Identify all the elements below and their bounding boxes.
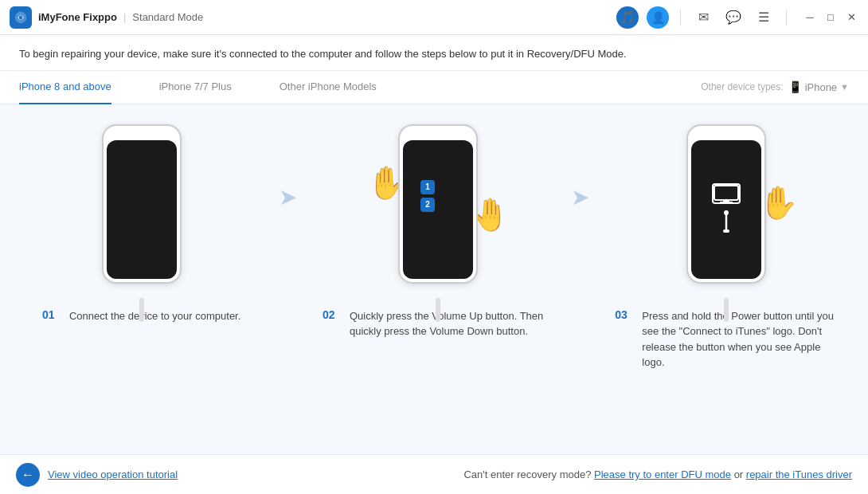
cant-enter-text: Can't enter recovery mode? <box>463 469 591 480</box>
phone-notch-2 <box>425 129 451 137</box>
repair-itunes-link[interactable]: repair the iTunes driver <box>746 469 852 480</box>
arrow-right-icon-2: ➤ <box>571 184 589 210</box>
minimize-button[interactable]: ─ <box>803 10 817 25</box>
mail-icon-btn[interactable]: ✉ <box>692 6 714 29</box>
main-content: To begin repairing your device, make sur… <box>0 35 868 494</box>
phone-illustration-1 <box>102 124 182 284</box>
step-3-text: Press and hold the Power button until yo… <box>642 308 838 370</box>
arrow-right-icon: ➤ <box>279 184 297 210</box>
step-3-image: 🤚 <box>655 112 798 304</box>
back-button[interactable]: ← <box>16 463 40 487</box>
phone-cable-1 <box>139 298 144 322</box>
arrow-2: ➤ <box>557 112 604 210</box>
badge-2: 2 <box>420 198 435 212</box>
phone-side-power-3 <box>764 170 766 187</box>
device-select-icon: 📱 <box>788 80 802 93</box>
menu-icon-btn[interactable]: ☰ <box>753 6 775 29</box>
svg-rect-6 <box>723 229 729 233</box>
tabs-row: iPhone 8 and above iPhone 7/7 Plus Other… <box>0 71 868 104</box>
app-name-label: iMyFone Fixppo <box>38 11 117 23</box>
step-3-num: 03 <box>615 308 635 321</box>
other-device-label: Other device types: <box>701 81 783 92</box>
video-tutorial-link[interactable]: View video operation tutorial <box>48 469 178 480</box>
music-icon-btn[interactable]: 🎵 <box>616 6 639 29</box>
step-2-block: 🤚 🤚 1 2 <box>311 112 556 339</box>
titlebar-icons: 🎵 👤 ✉ 💬 ☰ ─ □ ✕ <box>616 6 858 29</box>
close-button[interactable]: ✕ <box>844 10 858 25</box>
step-1-text: Connect the device to your computer. <box>69 308 240 324</box>
title-separator: | <box>123 11 126 23</box>
mode-label: Standard Mode <box>132 11 203 23</box>
step-2-image: 🤚 🤚 1 2 <box>362 112 506 304</box>
dfu-mode-link[interactable]: Please try to enter DFU mode <box>594 469 731 480</box>
svg-rect-3 <box>723 200 729 202</box>
svg-rect-4 <box>720 202 733 202</box>
tab-other-iphone[interactable]: Other iPhone Models <box>280 71 377 104</box>
phone-side-vol-down <box>102 186 104 198</box>
itunes-screen <box>691 140 761 279</box>
titlebar-divider <box>680 10 681 25</box>
tab-iphone77[interactable]: iPhone 7/7 Plus <box>159 71 232 104</box>
step-1-image <box>70 112 213 304</box>
svg-point-1 <box>19 15 23 19</box>
phone-screen-2 <box>403 140 473 279</box>
user-avatar-btn[interactable]: 👤 <box>647 6 669 29</box>
svg-point-7 <box>724 210 729 215</box>
chat-icon-btn[interactable]: 💬 <box>722 6 745 29</box>
svg-rect-2 <box>714 186 738 200</box>
or-text: or <box>734 469 746 480</box>
step-1-block: 01 Connect the device to your computer. <box>19 112 264 324</box>
window-controls: ─ □ ✕ <box>803 10 858 25</box>
titlebar-divider2 <box>786 10 787 25</box>
footer-left: ← View video operation tutorial <box>16 463 178 487</box>
instruction-text: To begin repairing your device, make sur… <box>19 48 627 60</box>
phone-cable-3 <box>724 298 729 322</box>
itunes-icon <box>712 183 741 204</box>
phone-side-vol-up-2 <box>398 170 400 182</box>
titlebar: iMyFone Fixppo | Standard Mode 🎵 👤 ✉ 💬 ☰… <box>0 0 868 35</box>
phone-illustration-3 <box>686 124 766 284</box>
device-select-text: iPhone <box>805 81 837 93</box>
phone-illustration-2 <box>398 124 478 284</box>
phone-side-vol-up <box>102 170 104 182</box>
arrow-1: ➤ <box>264 112 311 210</box>
footer: ← View video operation tutorial Can't en… <box>0 454 868 494</box>
step-3-block: 🤚 <box>604 112 849 370</box>
phone-side-power-2 <box>476 170 478 187</box>
instruction-bar: To begin repairing your device, make sur… <box>0 35 868 71</box>
phone-screen <box>107 140 177 279</box>
step-1-num: 01 <box>42 308 63 321</box>
device-type-select[interactable]: 📱 iPhone ▼ <box>788 80 849 93</box>
badge-1: 1 <box>420 180 435 194</box>
chevron-down-icon: ▼ <box>840 82 849 92</box>
phone-cable-2 <box>436 298 440 322</box>
phone-side-vol-down-2 <box>398 186 400 198</box>
phone-notch <box>129 129 154 137</box>
tab-iphone8[interactable]: iPhone 8 and above <box>19 71 111 104</box>
step-2-desc: 02 Quickly press the Volume Up button. T… <box>315 304 553 339</box>
app-logo <box>10 6 32 29</box>
steps-area: 01 Connect the device to your computer. … <box>0 104 868 455</box>
maximize-button[interactable]: □ <box>823 10 838 25</box>
phone-side-power <box>180 170 182 187</box>
step-2-text: Quickly press the Volume Up button. Then… <box>350 308 545 339</box>
footer-right: Can't enter recovery mode? Please try to… <box>463 469 852 480</box>
phone-notch-3 <box>714 129 739 137</box>
step-2-num: 02 <box>323 308 343 321</box>
